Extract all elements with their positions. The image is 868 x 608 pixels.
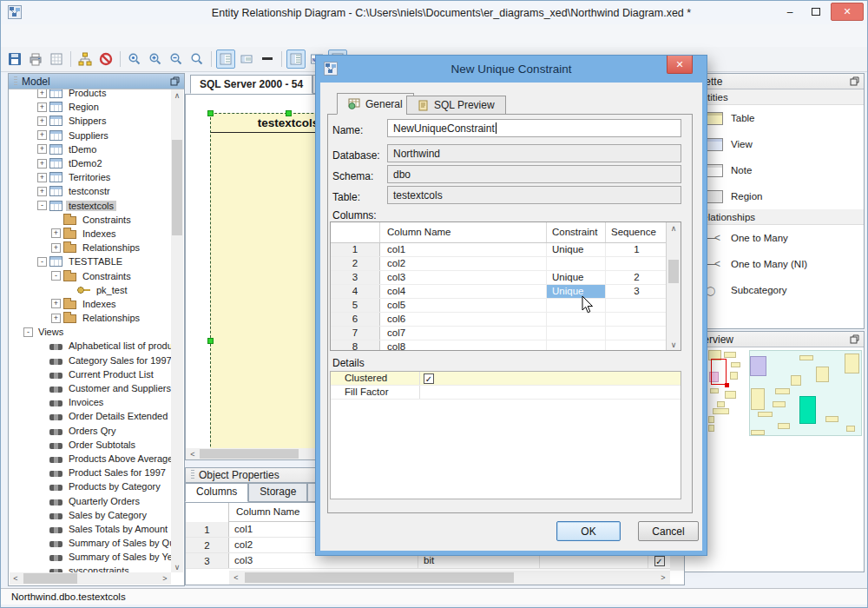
ok-button[interactable]: OK bbox=[556, 521, 621, 541]
save-button[interactable] bbox=[5, 50, 24, 69]
tree-item-label[interactable]: Summary of Sales by Yea bbox=[66, 552, 171, 562]
tree-item[interactable]: Quarterly Orders bbox=[10, 493, 171, 507]
expand-toggle[interactable]: + bbox=[37, 116, 47, 126]
column-name-cell[interactable]: col4 bbox=[380, 285, 547, 298]
scroll-down-arrow[interactable]: ∨ bbox=[667, 339, 681, 350]
tree-item-label[interactable]: Suppliers bbox=[66, 130, 111, 141]
palette-item[interactable]: One to Many (NI) bbox=[685, 251, 864, 277]
scroll-thumb[interactable] bbox=[23, 573, 77, 584]
tree-item[interactable]: - TESTTABLE bbox=[10, 254, 171, 268]
selection-handle[interactable] bbox=[207, 110, 214, 116]
zoom-actual-icon[interactable] bbox=[125, 50, 144, 69]
tree-item[interactable]: + Products bbox=[10, 89, 171, 100]
tree-item-label[interactable]: tDemo2 bbox=[66, 158, 105, 169]
nullable-checkbox[interactable]: ✓ bbox=[654, 556, 665, 566]
constraint-cell[interactable] bbox=[547, 299, 606, 312]
columns-grid-row[interactable]: 3 col3 Unique 2 bbox=[331, 271, 667, 285]
tree-item[interactable]: Constraints bbox=[10, 213, 171, 227]
palette-item[interactable]: Subcategory bbox=[685, 277, 864, 303]
tree-item-label[interactable]: testextcols bbox=[66, 201, 116, 211]
expand-toggle[interactable]: + bbox=[37, 173, 47, 182]
tab-sql-preview[interactable]: SQL Preview bbox=[406, 96, 506, 115]
tree-item-label[interactable]: Relationships bbox=[80, 242, 142, 253]
tree-item-label[interactable]: Products by Category bbox=[66, 481, 163, 492]
tree-item-label[interactable]: Orders Qry bbox=[66, 426, 118, 436]
expand-toggle[interactable]: + bbox=[37, 159, 47, 169]
expand-toggle[interactable]: + bbox=[37, 187, 47, 196]
constraint-cell[interactable] bbox=[547, 257, 606, 270]
tree-item-label[interactable]: Sales Totals by Amount bbox=[66, 524, 170, 534]
expand-toggle[interactable]: + bbox=[37, 130, 47, 140]
menu-item[interactable] bbox=[70, 32, 86, 39]
scroll-left-arrow[interactable]: < bbox=[230, 572, 242, 583]
tree-item-label[interactable]: Sales by Category bbox=[66, 510, 149, 520]
tree-item-label[interactable]: Category Sales for 1997 bbox=[66, 355, 171, 366]
sheet-tab-active[interactable]: SQL Server 2000 - 54 bbox=[190, 75, 312, 94]
scroll-up-arrow[interactable]: ∧ bbox=[667, 222, 681, 234]
scroll-left-arrow[interactable]: < bbox=[187, 448, 199, 459]
tree-item[interactable]: sysconstraints bbox=[10, 564, 171, 572]
expand-toggle[interactable]: + bbox=[37, 144, 47, 154]
dialog-close-button[interactable]: ✕ bbox=[667, 56, 693, 74]
tab-storage[interactable]: Storage bbox=[248, 483, 307, 502]
column-name-cell[interactable]: col2 bbox=[380, 257, 547, 270]
tree-item-label[interactable]: testconstr bbox=[66, 186, 113, 196]
cancel-button[interactable]: Cancel bbox=[638, 521, 699, 541]
menu-item[interactable] bbox=[39, 32, 55, 39]
tree-item[interactable]: - Views bbox=[10, 325, 171, 339]
tree-item[interactable]: Sales Totals by Amount bbox=[10, 522, 171, 536]
columns-grid-row[interactable]: 5 col5 bbox=[331, 299, 667, 313]
sequence-cell[interactable] bbox=[606, 313, 667, 326]
palette-item[interactable]: Region bbox=[685, 183, 864, 209]
tree-item-label[interactable]: Shippers bbox=[66, 116, 108, 126]
tree-item-label[interactable]: Product Sales for 1997 bbox=[66, 467, 168, 478]
expand-toggle[interactable]: + bbox=[51, 314, 61, 323]
expand-toggle[interactable]: - bbox=[37, 201, 47, 210]
tree-item-label[interactable]: Current Product List bbox=[66, 369, 156, 380]
tree-item-label[interactable]: Customer and Suppliers l bbox=[66, 383, 171, 393]
columns-grid-row[interactable]: 7 col7 bbox=[331, 327, 667, 340]
tree-item[interactable]: + Relationships bbox=[10, 311, 171, 325]
show-datatypes-toggle[interactable] bbox=[286, 50, 306, 69]
column-name-cell[interactable]: col5 bbox=[380, 299, 547, 312]
tree-item-label[interactable]: tDemo bbox=[66, 144, 99, 155]
sequence-cell[interactable] bbox=[606, 327, 667, 340]
columns-grid-row[interactable]: 2 col2 bbox=[331, 257, 667, 271]
menu-item[interactable] bbox=[55, 32, 70, 39]
tree-item-label[interactable]: Indexes bbox=[80, 299, 119, 309]
zoom-in-button[interactable] bbox=[146, 50, 165, 69]
scroll-thumb[interactable] bbox=[200, 449, 299, 459]
expand-toggle[interactable]: + bbox=[51, 299, 61, 308]
expand-toggle[interactable]: - bbox=[51, 271, 61, 281]
zoom-tool-button[interactable] bbox=[187, 50, 207, 69]
new-sheet-button[interactable] bbox=[47, 50, 66, 69]
tree-item-label[interactable]: pk_test bbox=[94, 285, 129, 295]
columns-grid-row[interactable]: 1 col1 Unique 1 bbox=[331, 243, 667, 257]
scroll-right-arrow[interactable]: > bbox=[159, 572, 171, 584]
zoom-out-button[interactable] bbox=[167, 50, 186, 69]
tree-item-label[interactable]: Relationships bbox=[80, 313, 142, 323]
tree-item[interactable]: + testconstr bbox=[10, 184, 171, 198]
tree-item[interactable]: + Indexes bbox=[10, 297, 171, 311]
menu-item[interactable] bbox=[86, 32, 102, 39]
tree-item[interactable]: - Constraints bbox=[10, 268, 171, 282]
scroll-left-arrow[interactable]: < bbox=[10, 572, 22, 584]
constraint-cell[interactable] bbox=[547, 340, 606, 351]
sequence-cell[interactable] bbox=[606, 340, 667, 351]
name-input[interactable]: NewUniqueConstraint bbox=[387, 119, 681, 137]
selection-handle[interactable] bbox=[207, 338, 214, 344]
tree-item-label[interactable]: Quarterly Orders bbox=[66, 496, 142, 506]
tree-item[interactable]: Customer and Suppliers l bbox=[10, 381, 171, 395]
tree-item[interactable]: + Region bbox=[10, 100, 171, 114]
menu-item[interactable] bbox=[23, 32, 39, 39]
column-name-cell[interactable]: col8 bbox=[380, 340, 547, 351]
scroll-thumb[interactable] bbox=[245, 572, 514, 583]
tree-item[interactable]: + Suppliers bbox=[10, 129, 171, 142]
constraint-cell[interactable] bbox=[547, 327, 606, 340]
tree-item[interactable]: Orders Qry bbox=[10, 424, 171, 438]
column-name-cell[interactable]: col1 bbox=[380, 243, 547, 256]
tree-item[interactable]: - testextcols bbox=[10, 199, 171, 213]
tree-item-label[interactable]: Products Above Average bbox=[66, 453, 171, 464]
selection-handle[interactable] bbox=[286, 110, 292, 116]
tree-item[interactable]: Order Subtotals bbox=[10, 438, 171, 452]
